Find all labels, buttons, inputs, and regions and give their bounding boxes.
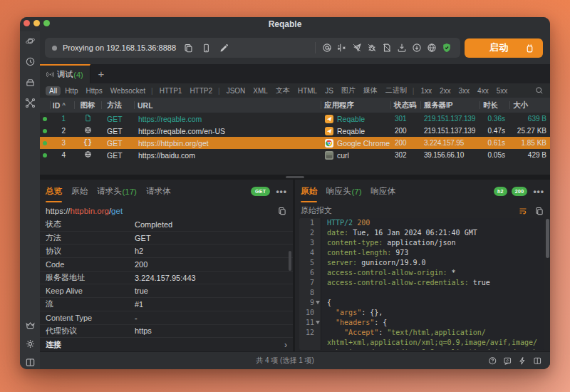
table-row[interactable]: 4GEThttps://baidu.comcurl30239.156.66.10… [40,149,550,161]
line-number: 7 [299,278,321,288]
wrap-lines-icon[interactable] [517,205,528,216]
splitter-handle[interactable] [286,176,304,178]
ellipsis-icon[interactable]: ••• [533,187,544,197]
overview-value: 200 [135,260,287,269]
crown-icon[interactable] [24,319,36,331]
filter-chip-文本[interactable]: 文本 [272,85,294,96]
request-tab-请求体[interactable]: 请求体 [146,180,171,203]
table-row[interactable]: 1GEThttps://reqable.comReqable301219.151… [40,113,550,125]
horizontal-splitter[interactable] [40,175,550,180]
filter-chip-http[interactable]: Http [61,86,81,96]
request-pane-scrollbar[interactable] [289,251,291,271]
request-tab-请求头[interactable]: 请求头(17) [97,180,137,203]
tab-debug-session[interactable]: 调试(4) [40,64,90,83]
ellipsis-icon[interactable]: ••• [276,187,287,197]
filter-chip-4xx[interactable]: 4xx [474,86,492,96]
filter-chip-html[interactable]: HTML [294,86,321,96]
filter-group-separator: | [151,87,153,95]
phone-icon[interactable] [200,42,212,53]
request-tab-原始[interactable]: 原始 [71,180,88,203]
header-cell-id[interactable]: ID^ [50,98,74,113]
breakpoint-icon[interactable] [335,41,348,55]
copy-icon[interactable] [534,205,544,216]
layout-columns-icon[interactable] [532,356,543,366]
overview-row[interactable]: Content Type- [40,311,293,325]
filter-chip-json[interactable]: JSON [223,86,249,96]
request-tab-总览[interactable]: 总览 [46,180,62,203]
filter-chip-1xx[interactable]: 1xx [417,86,435,96]
filter-chip-5xx[interactable]: 5xx [493,86,512,96]
header-cell-url[interactable]: URL [134,98,321,113]
filter-chip-二进制[interactable]: 二进制 [382,85,410,96]
ssl-shield-icon[interactable] [440,41,453,55]
mock-off-icon[interactable] [350,41,363,55]
filter-chip-http1[interactable]: HTTP1 [156,86,186,96]
overview-row[interactable]: 连接› [40,338,293,351]
import-icon[interactable] [395,41,408,55]
response-pane-scrollbar[interactable] [546,219,549,258]
start-button[interactable]: 启动 [465,38,543,58]
record-icon[interactable] [410,41,423,55]
history-clock-icon[interactable] [24,56,36,67]
filter-chip-媒体[interactable]: 媒体 [360,85,381,96]
overview-row[interactable]: Code200 [40,258,293,272]
certificate-icon[interactable] [320,41,333,55]
feedback-icon[interactable] [502,356,513,366]
fold-arrow-icon[interactable] [316,321,320,324]
new-tab-button[interactable]: + [90,64,112,83]
header-cell-icon[interactable]: 图标 [74,98,101,113]
pencil-icon[interactable] [218,42,229,53]
header-label: 方法 [107,100,122,110]
code-token: 973 [395,249,408,257]
proxy-address-bar[interactable]: Proxying on 192.168.15.36:8888 [45,38,460,58]
filter-chip-websocket[interactable]: Websocket [107,86,149,96]
script-off-icon[interactable] [365,41,378,55]
response-tab-响应头[interactable]: 响应头(7) [326,180,362,203]
titlebar[interactable]: Reqable [20,17,550,31]
filter-chip-xml[interactable]: XML [249,86,271,96]
overview-row[interactable]: 代理协议https [40,325,293,339]
overview-row[interactable]: 状态Completed [40,218,293,232]
header-cell-status[interactable]: 状态码 [390,98,420,113]
filter-chip-http2[interactable]: HTTP2 [186,86,216,96]
raw-message-label: 原始报文 [301,205,512,216]
raw-response-editor[interactable]: 123456789101112 HTTP/2 200date: Tue, 16 … [299,218,544,350]
response-tab-响应体[interactable]: 响应体 [371,180,396,203]
overview-value: https [135,326,287,335]
filter-chip-all[interactable]: All [46,86,61,96]
code-token: HTTP/2 [327,219,357,227]
lightning-icon[interactable] [517,356,528,366]
copy-icon[interactable] [182,42,194,53]
filter-chip-https[interactable]: Https [82,86,105,96]
header-cell-time[interactable]: 时长 [480,98,509,113]
header-cell-size[interactable]: 大小 [509,98,550,113]
help-icon[interactable] [487,356,498,366]
overview-row[interactable]: 协议h2 [40,244,293,258]
toolbox-icon[interactable] [24,76,36,88]
fold-arrow-icon[interactable] [316,301,320,304]
gateway-icon[interactable] [425,41,438,55]
header-cell-method[interactable]: 方法 [101,98,134,113]
rewrite-off-icon[interactable] [380,41,393,55]
code-area[interactable]: HTTP/2 200date: Tue, 16 Jan 2024 06:21:4… [321,218,544,350]
overview-row[interactable]: 流#1 [40,298,293,311]
response-tab-原始[interactable]: 原始 [301,180,317,203]
overview-row[interactable]: 方法GET [40,232,293,245]
filter-chip-js[interactable]: JS [321,86,337,96]
filter-chip-3xx[interactable]: 3xx [455,86,474,96]
header-cell-ip[interactable]: 服务器IP [420,98,480,113]
gear-icon[interactable] [24,338,36,349]
search-icon[interactable] [534,86,544,96]
overview-row[interactable]: Keep Alivetrue [40,284,293,298]
green-dot-icon [43,129,47,133]
filter-chip-2xx[interactable]: 2xx [436,86,455,96]
overview-row[interactable]: 服务器地址3.224.157.95:443 [40,272,293,285]
filter-chip-图片[interactable]: 图片 [338,85,359,96]
table-row[interactable]: 2GEThttps://reqable.com/en-USReqable2002… [40,125,550,137]
planet-icon[interactable] [24,35,36,46]
tools-icon[interactable] [24,97,36,108]
code-token: : {}, [361,309,383,316]
copy-icon[interactable] [276,205,287,216]
table-row[interactable]: 3{}GEThttps://httpbin.org/getGoogle Chro… [40,137,550,149]
header-cell-app[interactable]: 应用程序 [321,98,390,113]
